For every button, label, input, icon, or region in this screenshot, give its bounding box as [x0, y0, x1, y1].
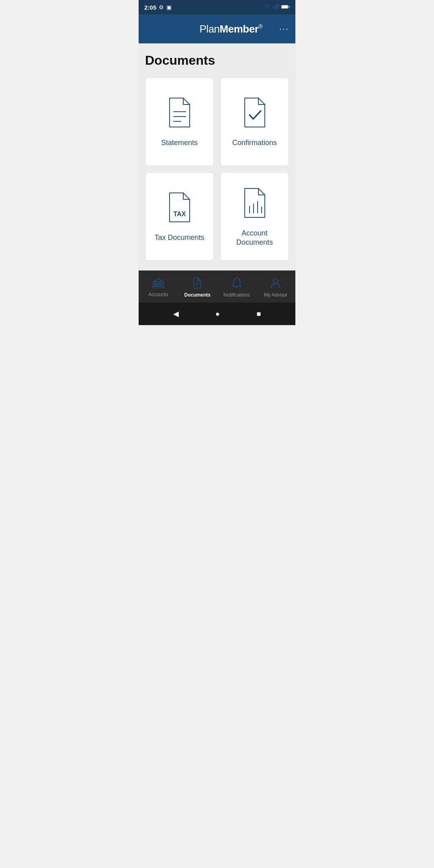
home-button[interactable]: ●: [215, 310, 220, 318]
notifications-nav-icon: [231, 277, 242, 290]
more-menu-button[interactable]: ···: [279, 24, 289, 34]
nav-accounts[interactable]: Accounts: [139, 278, 178, 297]
my-advisor-nav-label: My Advisor: [264, 292, 288, 298]
account-documents-card[interactable]: Account Documents: [220, 172, 289, 261]
status-time: 2:05: [144, 4, 156, 11]
notifications-nav-label: Notifications: [223, 292, 250, 298]
header-logo: PlanMember®: [160, 19, 279, 39]
nav-notifications[interactable]: Notifications: [217, 277, 256, 298]
settings-icon: ⚙: [159, 4, 164, 10]
svg-text:TAX: TAX: [173, 211, 186, 217]
nav-my-advisor[interactable]: My Advisor: [256, 277, 296, 298]
system-nav: ◀ ● ■: [139, 303, 295, 325]
tax-documents-icon: TAX: [166, 191, 194, 225]
svg-point-27: [273, 278, 278, 283]
app-header: PlanMember® ···: [139, 14, 295, 43]
svg-rect-3: [278, 4, 280, 9]
accounts-nav-icon: [153, 278, 164, 290]
brand-name: PlanMember®: [200, 23, 263, 35]
svg-rect-5: [289, 6, 290, 8]
svg-rect-21: [155, 283, 156, 287]
documents-nav-icon: [192, 277, 202, 290]
my-advisor-nav-icon: [270, 277, 281, 290]
account-documents-label: Account Documents: [227, 229, 282, 248]
main-content: Documents Statements: [139, 43, 295, 270]
documents-grid: Statements Confirmations TAX: [145, 78, 289, 261]
statements-label: Statements: [161, 138, 198, 147]
wifi-icon: [264, 4, 271, 11]
confirmations-card[interactable]: Confirmations: [220, 78, 289, 166]
confirmations-icon: [241, 96, 269, 130]
account-documents-icon: [241, 187, 269, 221]
svg-rect-0: [273, 7, 274, 9]
statements-card[interactable]: Statements: [145, 78, 214, 166]
svg-rect-23: [160, 283, 162, 287]
documents-nav-label: Documents: [184, 292, 211, 298]
bottom-nav: Accounts Documents Notifications: [139, 270, 295, 303]
confirmations-label: Confirmations: [232, 138, 277, 147]
svg-rect-2: [276, 4, 278, 9]
status-right: [264, 4, 290, 11]
tax-documents-card[interactable]: TAX Tax Documents: [145, 172, 214, 261]
back-button[interactable]: ◀: [173, 309, 179, 318]
svg-rect-6: [282, 5, 288, 8]
svg-rect-22: [158, 283, 159, 287]
recents-button[interactable]: ■: [256, 310, 261, 318]
battery-icon: [281, 4, 290, 11]
svg-rect-1: [275, 6, 276, 9]
tax-documents-label: Tax Documents: [154, 233, 204, 242]
status-left: 2:05 ⚙ ▣: [144, 4, 172, 11]
signal-icon: [273, 4, 279, 11]
page-title: Documents: [145, 53, 289, 68]
statements-icon: [166, 96, 194, 130]
nav-documents[interactable]: Documents: [178, 277, 217, 298]
sim-icon: ▣: [166, 4, 172, 10]
accounts-nav-label: Accounts: [148, 292, 168, 297]
status-bar: 2:05 ⚙ ▣: [139, 0, 295, 14]
